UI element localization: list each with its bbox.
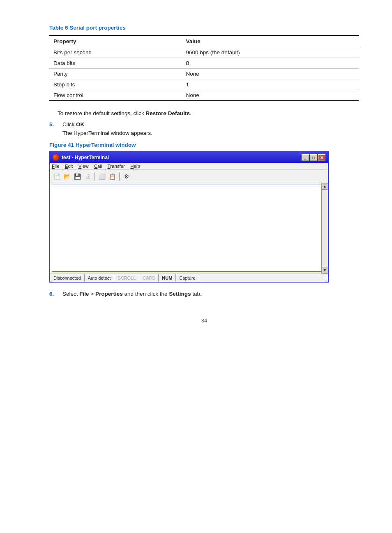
cell-property: Parity (49, 69, 182, 79)
page-footer: 34 (49, 317, 359, 324)
cell-value: 1 (182, 79, 359, 90)
step-6-number: 6. (49, 291, 58, 297)
figure-title: Figure 41 HyperTerminal window (49, 142, 359, 148)
cell-value: 8 (182, 58, 359, 69)
step-5-text: Click OK. (62, 121, 86, 127)
cell-property: Bits per second (49, 47, 182, 58)
step-6: 6. Select File > Properties and then cli… (49, 291, 359, 297)
table-row: Flow controlNone (49, 90, 359, 101)
maximize-button[interactable]: □ (310, 154, 317, 161)
scroll-down-button[interactable]: ▼ (322, 267, 328, 273)
page-number: 34 (201, 317, 207, 324)
open-icon[interactable]: 📂 (62, 172, 71, 181)
hyperterminal-window: test - HyperTerminal _ □ ✕ File Edit Vie… (49, 151, 329, 283)
menu-transfer[interactable]: Transfer (108, 164, 125, 169)
status-detect: Auto detect (85, 274, 115, 282)
settings-icon[interactable]: ⚙ (122, 172, 131, 181)
step-5: 5. Click OK. (49, 121, 359, 127)
ht-terminal-area[interactable] (52, 185, 321, 272)
cell-property: Stop bits (49, 79, 182, 90)
step-6-text: Select File > Properties and then click … (62, 291, 202, 297)
status-connected: Disconnected (50, 274, 85, 282)
status-caps: CAPS (139, 274, 159, 282)
table-section: Table 6 Serial port properties Property … (49, 25, 359, 101)
ht-app-icon (53, 154, 59, 161)
toolbar-sep-1 (95, 172, 95, 181)
cell-property: Flow control (49, 90, 182, 101)
step-5-number: 5. (49, 121, 58, 127)
ht-title-left: test - HyperTerminal (53, 154, 109, 161)
ht-titlebar: test - HyperTerminal _ □ ✕ (50, 152, 328, 163)
restore-defaults-text: To restore the default settings, click R… (58, 110, 359, 116)
table-row: Stop bits1 (49, 79, 359, 90)
ht-scrollbar: ▲ ▼ (321, 183, 328, 273)
close-button[interactable]: ✕ (318, 154, 325, 161)
ht-statusbar: Disconnected Auto detect SCROLL CAPS NUM… (50, 273, 328, 282)
step-5-subtext: The HyperTerminal window appears. (62, 130, 359, 136)
menu-call[interactable]: Call (94, 164, 102, 169)
status-capture: Capture (176, 274, 199, 282)
minimize-button[interactable]: _ (302, 154, 309, 161)
ht-toolbar: 📄 📂 💾 🖨 ⬜ 📋 ⚙ (50, 170, 328, 183)
table-row: Bits per second9600 bps (the default) (49, 47, 359, 58)
print-icon[interactable]: 🖨 (83, 172, 92, 181)
ht-title-text: test - HyperTerminal (62, 155, 109, 160)
ht-title-buttons[interactable]: _ □ ✕ (302, 154, 325, 161)
menu-edit[interactable]: Edit (65, 164, 73, 169)
status-scroll: SCROLL (114, 274, 139, 282)
table-row: ParityNone (49, 69, 359, 79)
col-value: Value (182, 35, 359, 47)
resize-handle[interactable]: :: (323, 276, 328, 280)
scroll-track (322, 190, 328, 267)
table-row: Data bits8 (49, 58, 359, 69)
scroll-up-button[interactable]: ▲ (322, 183, 328, 190)
table-title: Table 6 Serial port properties (49, 25, 359, 31)
cell-value: None (182, 69, 359, 79)
cell-value: 9600 bps (the default) (182, 47, 359, 58)
copy-icon[interactable]: ⬜ (97, 172, 106, 181)
menu-view[interactable]: View (78, 164, 89, 169)
ht-content-area: ▲ ▼ (50, 183, 328, 273)
new-icon[interactable]: 📄 (52, 172, 61, 181)
cell-value: None (182, 90, 359, 101)
toolbar-sep-2 (119, 172, 120, 181)
menu-help[interactable]: Help (130, 164, 140, 169)
col-property: Property (49, 35, 182, 47)
status-num: NUM (159, 274, 176, 282)
ht-menubar: File Edit View Call Transfer Help (50, 163, 328, 170)
menu-file[interactable]: File (52, 164, 60, 169)
cell-property: Data bits (49, 58, 182, 69)
save-icon[interactable]: 💾 (73, 172, 82, 181)
serial-port-table: Property Value Bits per second9600 bps (… (49, 35, 359, 101)
paste-icon[interactable]: 📋 (108, 172, 117, 181)
